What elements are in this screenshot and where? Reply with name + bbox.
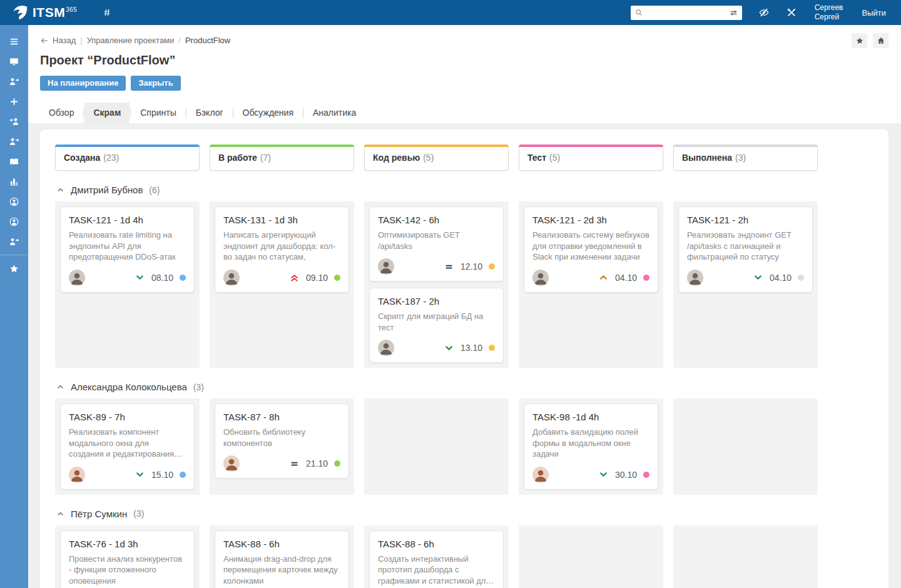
current-user[interactable]: Сергеев Сергей [815,3,843,22]
column-header-test[interactable]: Тест(5) [519,144,663,171]
board-cell[interactable] [673,525,818,588]
collapse-chevron-icon[interactable] [56,383,64,391]
assignee-avatar[interactable] [69,270,85,286]
column-header-in-progress[interactable]: В работе(7) [210,144,354,171]
lane-header: Дмитрий Бубнов(6) [56,185,888,195]
search-box[interactable] [631,6,742,20]
collapse-chevron-icon[interactable] [56,510,64,518]
visibility-off-icon[interactable] [758,7,770,18]
board-cell[interactable]: TASK-98 -1d 4hДобавить валидацию полей ф… [519,398,663,495]
lane-row: TASK-121 - 1d 4hРеализовать rate limitin… [55,201,888,368]
task-card[interactable]: TASK-76 - 1d 3hПровести анализ конкурент… [60,530,195,588]
task-card[interactable]: TASK-121 - 2d 3hРеализовать систему вебх… [524,206,658,293]
column-header-done[interactable]: Выполнена(3) [673,144,818,171]
board-cell[interactable]: TASK-121 - 1d 4hРеализовать rate limitin… [55,201,200,368]
task-date: 04.10 [770,273,792,283]
task-card[interactable]: TASK-131 - 1d 3hНаписать агрегирующий эн… [215,206,349,293]
task-meta: 13.10 [444,343,495,353]
sidebar-item-user-assign-3[interactable] [0,231,28,251]
board-cell[interactable] [364,398,509,495]
column-count: (23) [103,153,119,163]
task-card[interactable]: TASK-187 - 2hСкрипт для миграций БД на т… [369,288,504,363]
priority-high-icon [598,272,609,283]
task-card[interactable]: TASK-121 - 2hРеализовать эндпоинт GET /a… [678,206,813,293]
task-description: Реализовать компонент модального окна дл… [69,427,186,460]
status-dot [334,275,340,281]
favorite-button[interactable] [852,33,867,48]
sidebar-item-favorites[interactable] [0,258,28,278]
task-card[interactable]: TASK-88 - 6hАнимация drag-and-drop для п… [215,530,349,588]
sidebar-item-knowledge-base[interactable] [0,151,28,171]
collapse-chevron-icon[interactable] [56,186,64,194]
sidebar-item-menu[interactable] [0,31,28,51]
back-label: Назад [53,36,76,45]
page-header: Назад | Управление проектами / ProductFl… [28,25,901,123]
filter-sliders-icon[interactable] [729,8,738,18]
board-cell[interactable]: TASK-88 - 6hСоздать интерактивный протот… [364,525,509,588]
breadcrumb-root[interactable]: Управление проектами [87,36,175,45]
tab-overview[interactable]: Обзор [40,103,83,123]
task-card[interactable]: TASK-142 - 6hОптимизировать GET /api/tas… [369,206,504,281]
board-cell[interactable]: TASK-121 - 2d 3hРеализовать систему вебх… [519,201,663,368]
assignee-avatar[interactable] [532,467,549,483]
sharp-icon[interactable] [102,8,112,18]
search-icon [634,8,643,17]
desktop-icon [9,56,19,67]
sidebar-item-desktop[interactable] [0,51,28,71]
tab-analytics[interactable]: Аналитика [304,103,365,123]
board-cell[interactable]: TASK-121 - 2hРеализовать эндпоинт GET /a… [673,201,818,368]
assignee-avatar[interactable] [378,258,394,275]
assignee-avatar[interactable] [378,340,394,356]
task-description: Реализовать эндпоинт GET /api/tasks с па… [687,230,804,263]
itsm-logo-icon[interactable] [9,3,30,22]
plan-button[interactable]: На планирование [40,76,126,91]
lane-header: Александра Колокольцева(3) [56,382,888,392]
tab-discussions[interactable]: Обсуждения [234,103,302,123]
brand[interactable]: ITSM365 [33,5,77,20]
assignee-avatar[interactable] [69,467,85,483]
sidebar-item-profile[interactable] [0,191,28,211]
close-button[interactable]: Закрыть [131,76,180,91]
task-description: Скрипт для миграций БД на тест [378,311,495,333]
board-cell[interactable] [519,525,663,588]
priority-medium-icon [444,261,454,272]
sidebar-item-profile-2[interactable] [0,211,28,231]
tab-scrum[interactable]: Скрам [84,103,130,123]
sidebar-item-user-login[interactable] [0,111,28,131]
tab-backlog[interactable]: Бэклог [187,103,232,123]
task-card[interactable]: TASK-89 - 7hРеализовать компонент модаль… [60,403,195,490]
admin-tools-icon[interactable] [786,7,797,18]
favorite-icon [855,36,864,45]
board-cell[interactable]: TASK-76 - 1d 3hПровести анализ конкурент… [55,525,200,588]
tab-sprints[interactable]: Спринты [131,103,185,123]
logout-button[interactable]: Выйти [862,8,887,18]
column-count: (7) [260,153,271,163]
board-cell[interactable]: TASK-87 - 8hОбновить библиотеку компонен… [210,398,354,495]
back-button[interactable]: Назад [40,36,76,45]
board-cell[interactable]: TASK-89 - 7hРеализовать компонент модаль… [55,398,200,495]
task-card[interactable]: TASK-88 - 6hСоздать интерактивный протот… [369,530,504,588]
sidebar-item-reports[interactable] [0,171,28,191]
task-card[interactable]: TASK-87 - 8hОбновить библиотеку компонен… [215,403,349,479]
assignee-avatar[interactable] [223,455,240,472]
task-card[interactable]: TASK-98 -1d 4hДобавить валидацию полей ф… [524,403,658,490]
assignee-avatar[interactable] [223,270,240,286]
sidebar-item-user-assign[interactable] [0,71,28,91]
board-cell[interactable] [673,398,818,495]
column-header-code-review[interactable]: Код ревью(5) [364,144,509,171]
home-button[interactable] [873,33,888,48]
sidebar-item-add[interactable] [0,91,28,111]
board-cell[interactable]: TASK-142 - 6hОптимизировать GET /api/tas… [364,201,509,368]
assignee-avatar[interactable] [687,270,703,286]
board-cell[interactable]: TASK-131 - 1d 3hНаписать агрегирующий эн… [210,201,354,368]
column-header-created[interactable]: Создана(23) [55,144,200,171]
assignee-avatar[interactable] [532,270,549,286]
task-footer: 08.10 [69,270,186,286]
search-input[interactable] [646,8,726,17]
task-card[interactable]: TASK-121 - 1d 4hРеализовать rate limitin… [60,206,195,293]
board-cell[interactable]: TASK-88 - 6hАнимация drag-and-drop для п… [210,525,354,588]
sidebar-item-user-assign-2[interactable] [0,131,28,151]
task-description: Написать агрегирующий эндпоинт для дашбо… [223,230,340,263]
lane-row: TASK-89 - 7hРеализовать компонент модаль… [55,398,888,495]
tab-divider [83,108,84,118]
